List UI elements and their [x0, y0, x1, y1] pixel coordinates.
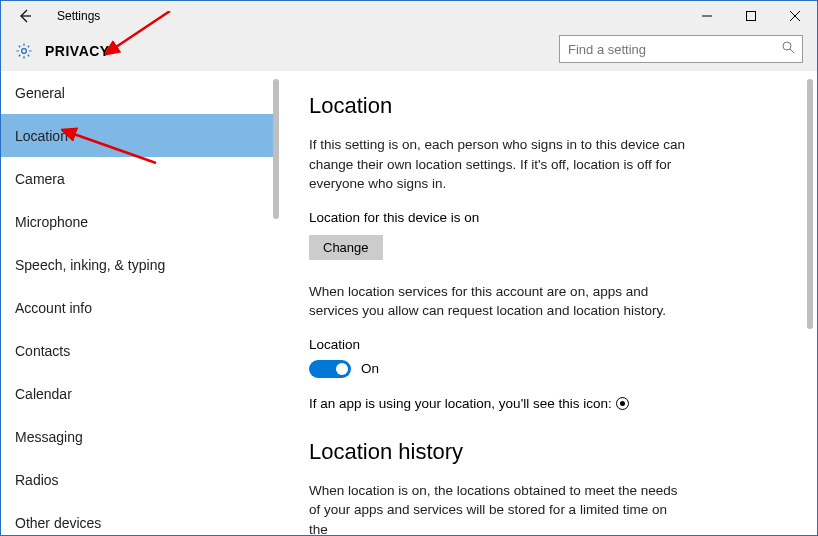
location-toggle[interactable]	[309, 360, 351, 378]
close-icon	[790, 11, 800, 21]
search-input[interactable]	[559, 35, 803, 63]
sidebar-item-messaging[interactable]: Messaging	[1, 415, 279, 458]
svg-line-7	[790, 49, 794, 53]
toggle-knob	[336, 363, 348, 375]
location-indicator-icon	[616, 397, 629, 410]
sidebar-item-label: Account info	[15, 300, 92, 316]
maximize-button[interactable]	[729, 1, 773, 31]
sidebar-item-label: General	[15, 85, 65, 101]
page-title: PRIVACY	[45, 43, 110, 59]
sidebar-item-label: Other devices	[15, 515, 101, 531]
change-button[interactable]: Change	[309, 235, 383, 260]
sidebar-item-microphone[interactable]: Microphone	[1, 200, 279, 243]
sidebar: General Location Camera Microphone Speec…	[1, 71, 279, 535]
history-heading: Location history	[309, 439, 787, 465]
sidebar-item-label: Messaging	[15, 429, 83, 445]
toggle-state: On	[361, 361, 379, 376]
search-icon	[782, 40, 795, 58]
sidebar-item-label: Speech, inking, & typing	[15, 257, 165, 273]
gear-icon	[15, 42, 33, 60]
title-bar: Settings	[1, 1, 817, 31]
sidebar-item-speech[interactable]: Speech, inking, & typing	[1, 243, 279, 286]
sidebar-item-account-info[interactable]: Account info	[1, 286, 279, 329]
close-button[interactable]	[773, 1, 817, 31]
sidebar-item-contacts[interactable]: Contacts	[1, 329, 279, 372]
minimize-button[interactable]	[685, 1, 729, 31]
content-heading: Location	[309, 93, 787, 119]
toggle-title: Location	[309, 337, 787, 352]
icon-info-line: If an app is using your location, you'll…	[309, 396, 787, 411]
account-desc: When location services for this account …	[309, 282, 689, 321]
arrow-left-icon	[17, 8, 33, 24]
back-button[interactable]	[1, 1, 49, 31]
sidebar-item-other-devices[interactable]: Other devices	[1, 501, 279, 535]
settings-window: Settings PRIVACY General Location Camera	[0, 0, 818, 536]
device-status: Location for this device is on	[309, 210, 787, 225]
body: General Location Camera Microphone Speec…	[1, 71, 817, 535]
icon-info-text: If an app is using your location, you'll…	[309, 396, 612, 411]
sidebar-item-label: Microphone	[15, 214, 88, 230]
sidebar-item-label: Radios	[15, 472, 59, 488]
location-toggle-row: On	[309, 360, 787, 378]
svg-rect-2	[747, 12, 756, 21]
window-controls	[685, 1, 817, 31]
window-title: Settings	[57, 9, 100, 23]
sidebar-item-label: Calendar	[15, 386, 72, 402]
content-scrollbar[interactable]	[807, 79, 813, 329]
header: PRIVACY	[1, 31, 817, 71]
history-desc: When location is on, the locations obtai…	[309, 481, 689, 535]
sidebar-item-calendar[interactable]: Calendar	[1, 372, 279, 415]
sidebar-item-general[interactable]: General	[1, 71, 279, 114]
minimize-icon	[702, 11, 712, 21]
svg-point-5	[22, 49, 27, 54]
svg-point-6	[783, 42, 791, 50]
sidebar-item-label: Contacts	[15, 343, 70, 359]
sidebar-item-camera[interactable]: Camera	[1, 157, 279, 200]
maximize-icon	[746, 11, 756, 21]
content-area: Location If this setting is on, each per…	[279, 71, 817, 535]
sidebar-item-label: Camera	[15, 171, 65, 187]
sidebar-item-label: Location	[15, 128, 68, 144]
sidebar-item-radios[interactable]: Radios	[1, 458, 279, 501]
sidebar-item-location[interactable]: Location	[1, 114, 279, 157]
intro-text: If this setting is on, each person who s…	[309, 135, 689, 194]
search-container	[559, 35, 803, 63]
